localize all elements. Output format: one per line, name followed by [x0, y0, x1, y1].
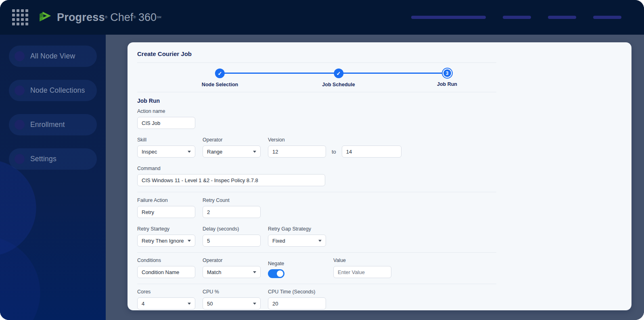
apps-grid-icon[interactable] [12, 9, 28, 25]
chevron-down-icon [318, 240, 322, 242]
logo-reg-mark: ® [105, 11, 108, 23]
top-nav-item-2[interactable] [503, 16, 531, 19]
cores-label: Cores [137, 289, 195, 295]
divider [137, 284, 496, 284]
cores-select[interactable]: 4 [137, 297, 195, 310]
version-from-input[interactable] [268, 145, 326, 158]
command-label: Command [137, 166, 325, 171]
retry-strategy-select[interactable]: Retry Then Ignore [137, 235, 195, 247]
negate-label: Negate [268, 261, 326, 266]
sidebar-item-label: Settings [30, 155, 56, 163]
operator-label: Operator [203, 137, 261, 143]
main-content: Create Courier Job ✓ Node Selection ✓ Jo… [106, 35, 644, 320]
step-number-badge: 3 [443, 69, 452, 78]
retry-count-label: Retry Count [203, 197, 261, 203]
progress-chef-360-logo: Progress® Chef® 360SM [40, 11, 161, 24]
sidebar-item-label: Node Collections [30, 86, 85, 95]
node-collections-icon [15, 85, 25, 96]
create-courier-job-card: Create Courier Job ✓ Node Selection ✓ Jo… [128, 42, 631, 310]
page-title: Create Courier Job [137, 50, 622, 57]
step-done-check-icon: ✓ [334, 69, 343, 78]
retry-count-input[interactable] [203, 206, 261, 218]
version-to-label: to [332, 149, 336, 155]
divider [137, 192, 496, 192]
action-name-label: Action name [137, 108, 195, 114]
chef-chevron-icon [40, 11, 53, 23]
logo-reg-mark: ® [133, 11, 136, 23]
top-bar: Progress® Chef® 360SM [0, 0, 644, 35]
retry-strategy-label: Retry Startegy [137, 226, 195, 232]
value-label: Value [333, 258, 391, 263]
retry-gap-strategy-select[interactable]: Fixed [268, 235, 326, 247]
step-job-run[interactable]: 3 Job Run [437, 69, 457, 87]
top-nav-item-4[interactable] [593, 16, 621, 19]
divider [137, 252, 496, 253]
value-input[interactable] [333, 266, 391, 278]
failure-action-label: Failure Action [137, 197, 195, 203]
cpu-time-input[interactable] [268, 297, 326, 310]
sidebar-item-settings[interactable]: Settings [9, 148, 97, 170]
cpu-percent-label: CPU % [203, 289, 261, 295]
skill-label: Skill [137, 137, 195, 143]
chevron-down-icon [188, 240, 191, 242]
negate-toggle[interactable] [268, 269, 284, 278]
all-node-view-icon [15, 51, 25, 61]
logo-sm-mark: SM [157, 12, 161, 23]
step-done-check-icon: ✓ [215, 69, 225, 78]
condition-operator-select[interactable]: Match [203, 266, 261, 278]
sidebar-item-label: All Node View [30, 52, 75, 60]
version-to-input[interactable] [342, 145, 401, 158]
chevron-down-icon [253, 271, 256, 273]
settings-icon [15, 154, 25, 164]
toggle-knob [277, 270, 283, 277]
chevron-down-icon [188, 151, 191, 153]
wizard-stepper: ✓ Node Selection ✓ Job Schedule 3 Job Ru… [137, 63, 496, 92]
app-window: Progress® Chef® 360SM All Node View Node… [0, 0, 644, 320]
logo-progress-text: Progress [57, 11, 105, 24]
delay-input[interactable] [203, 235, 261, 247]
conditions-label: Conditions [137, 258, 195, 263]
failure-action-input[interactable] [137, 206, 195, 218]
sidebar-item-label: Enrollment [30, 121, 65, 129]
retry-gap-strategy-label: Retry Gap Strategy [268, 226, 326, 232]
sidebar-item-node-collections[interactable]: Node Collections [9, 80, 97, 101]
sidebar: All Node View Node Collections Enrollmen… [0, 35, 106, 320]
top-nav [411, 16, 644, 19]
logo-360-text: 360 [138, 11, 157, 24]
sidebar-item-all-node-view[interactable]: All Node View [9, 46, 97, 67]
step-node-selection[interactable]: ✓ Node Selection [202, 69, 238, 87]
top-nav-item-3[interactable] [548, 16, 576, 19]
condition-operator-label: Operator [203, 258, 261, 263]
step-job-schedule[interactable]: ✓ Job Schedule [322, 69, 355, 87]
skill-select[interactable]: Inspec [137, 145, 195, 158]
divider [137, 92, 496, 92]
delay-label: Delay (seconds) [203, 226, 261, 232]
condition-name-input[interactable] [137, 266, 195, 278]
cpu-time-label: CPU Time (Seconds) [268, 289, 326, 295]
chevron-down-icon [188, 303, 191, 305]
version-label: Version [268, 137, 401, 143]
logo-chef-text: Chef [110, 11, 133, 24]
section-title-job-run: Job Run [137, 98, 622, 104]
chevron-down-icon [253, 303, 256, 305]
operator-select[interactable]: Range [203, 145, 261, 158]
cpu-percent-select[interactable]: 50 [203, 297, 261, 310]
top-nav-item-1[interactable] [411, 16, 486, 19]
chevron-down-icon [253, 151, 256, 153]
action-name-input[interactable] [137, 117, 195, 129]
enrollment-icon [15, 120, 25, 130]
command-input[interactable] [137, 174, 325, 186]
sidebar-item-enrollment[interactable]: Enrollment [9, 114, 97, 135]
